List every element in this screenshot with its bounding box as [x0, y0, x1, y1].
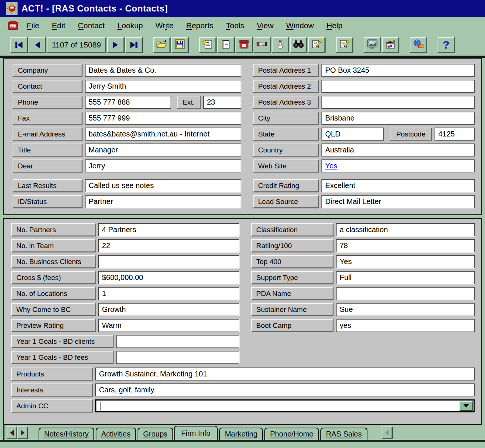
- next-record-button[interactable]: [107, 37, 124, 53]
- field-label-button[interactable]: City: [253, 112, 319, 125]
- contact-view-button[interactable]: [364, 37, 381, 53]
- field-label-button[interactable]: Last Results: [13, 179, 82, 192]
- field-label-button[interactable]: ID/Status: [13, 195, 82, 208]
- field-label-button[interactable]: Classification: [251, 223, 333, 236]
- tab-groups[interactable]: Groups: [138, 428, 173, 440]
- tab-firm-info[interactable]: Firm Info: [174, 426, 218, 440]
- field-input[interactable]: 22: [98, 239, 239, 252]
- field-input[interactable]: Called us see notes: [85, 179, 241, 192]
- field-input[interactable]: 555 777 888: [85, 96, 171, 109]
- web-site-link[interactable]: Yes: [325, 162, 337, 170]
- field-label-button[interactable]: Web Site: [253, 159, 319, 172]
- menu-reports[interactable]: Reports: [186, 21, 214, 30]
- field-input[interactable]: 23: [203, 96, 241, 109]
- field-input[interactable]: [95, 399, 475, 412]
- sales-handshake-button[interactable]: [254, 37, 271, 53]
- menu-view[interactable]: View: [257, 21, 274, 30]
- field-input[interactable]: PO Box 3245: [321, 64, 475, 77]
- field-input[interactable]: 4125: [435, 128, 475, 141]
- new-contact-button[interactable]: [199, 37, 216, 53]
- tab-notes-history[interactable]: Notes/History: [39, 428, 94, 440]
- field-input[interactable]: Growth: [98, 303, 239, 316]
- field-input[interactable]: [116, 351, 239, 364]
- field-label-button[interactable]: Year 1 Goals - BD fees: [11, 351, 113, 364]
- menu-window[interactable]: Window: [286, 21, 314, 30]
- field-input[interactable]: [336, 287, 475, 300]
- field-input[interactable]: [321, 96, 475, 109]
- save-button[interactable]: [171, 37, 188, 53]
- tab-scroll-left-button[interactable]: [7, 426, 17, 439]
- field-input[interactable]: Brisbane: [321, 112, 475, 125]
- field-label-button[interactable]: Postal Address 3: [253, 96, 319, 109]
- field-label-button[interactable]: Postal Address 2: [253, 80, 319, 93]
- field-label-button[interactable]: Sustainer Name: [251, 303, 333, 316]
- field-label-button[interactable]: Postal Address 1: [253, 64, 319, 77]
- field-label-button[interactable]: No. Partners: [11, 223, 96, 236]
- menu-help[interactable]: Help: [326, 21, 342, 30]
- field-label-button[interactable]: Top 400: [251, 255, 333, 268]
- field-label-button[interactable]: Company: [13, 64, 82, 77]
- field-input[interactable]: Partner: [85, 195, 241, 208]
- field-input[interactable]: Growth Sustainer, Marketing 101.: [95, 368, 475, 381]
- field-label-button[interactable]: Ratiing/100: [251, 239, 333, 252]
- document-icon[interactable]: ABC: [7, 21, 19, 30]
- phone-dialer-button[interactable]: [235, 37, 253, 53]
- field-input[interactable]: Jerry: [85, 159, 241, 172]
- field-input[interactable]: Jerry Smith: [85, 80, 241, 93]
- menu-file[interactable]: File: [27, 21, 39, 30]
- field-input[interactable]: Yes: [336, 255, 475, 268]
- field-input[interactable]: 1: [98, 287, 239, 300]
- field-label-button[interactable]: Preview Rating: [11, 319, 96, 332]
- field-label-button[interactable]: No. of Locations: [11, 287, 96, 300]
- media-button[interactable]: [382, 37, 399, 53]
- field-input[interactable]: Australia: [321, 144, 475, 157]
- lookup-binoculars-button[interactable]: [290, 37, 307, 53]
- field-label-button[interactable]: Why Come to BC: [11, 303, 96, 316]
- notepad-button[interactable]: [217, 37, 234, 53]
- field-label-button[interactable]: Admin CC: [11, 399, 93, 412]
- edit-note-button[interactable]: [308, 37, 325, 53]
- tab-activities[interactable]: Activities: [96, 428, 136, 440]
- dropdown-arrow-button[interactable]: [459, 401, 473, 411]
- field-input[interactable]: Direct Mail Letter: [321, 195, 475, 208]
- field-input[interactable]: yes: [336, 319, 475, 332]
- field-input[interactable]: Bates & Bates & Co.: [85, 64, 241, 77]
- field-input[interactable]: Sue: [336, 303, 475, 316]
- tab-overflow-button[interactable]: [382, 426, 392, 439]
- field-input[interactable]: [98, 255, 239, 268]
- field-input[interactable]: Excellent: [321, 179, 475, 192]
- field-label-button[interactable]: Fax: [13, 112, 82, 125]
- reminder-button[interactable]: [272, 37, 289, 53]
- field-label-button[interactable]: Country: [253, 144, 319, 157]
- menu-lookup[interactable]: Lookup: [117, 21, 143, 30]
- field-label-button[interactable]: Interests: [11, 383, 93, 396]
- field-input[interactable]: 555 777 999: [85, 112, 241, 125]
- field-input[interactable]: [116, 335, 239, 348]
- field-input[interactable]: QLD: [321, 128, 384, 141]
- record-counter[interactable]: 1107 of 15089: [47, 37, 106, 53]
- act-app-icon[interactable]: [6, 2, 18, 15]
- field-input[interactable]: Full: [336, 271, 475, 284]
- field-label-button[interactable]: Products: [11, 368, 93, 381]
- field-label-button[interactable]: Contact: [13, 80, 82, 93]
- last-record-button[interactable]: [125, 37, 142, 53]
- field-label-button[interactable]: State: [253, 128, 319, 141]
- field-input[interactable]: a classification: [336, 223, 475, 236]
- field-label-button[interactable]: Support Type: [251, 271, 333, 284]
- field-input[interactable]: 78: [336, 239, 475, 252]
- field-input[interactable]: Yes: [321, 159, 475, 172]
- field-label-button[interactable]: Boot Camp: [251, 319, 333, 332]
- field-input[interactable]: 4 Partners: [98, 223, 239, 236]
- menu-tools[interactable]: Tools: [226, 21, 244, 30]
- field-input[interactable]: Manager: [85, 144, 241, 157]
- help-button[interactable]: ?: [438, 37, 455, 53]
- write-letter-button[interactable]: [336, 37, 353, 53]
- field-label-button[interactable]: Title: [13, 144, 82, 157]
- tab-scroll-right-button[interactable]: [17, 426, 27, 439]
- field-label-button[interactable]: Ext.: [177, 96, 201, 109]
- field-label-button[interactable]: E-mail Address: [13, 128, 82, 141]
- field-label-button[interactable]: Postcode: [390, 128, 432, 141]
- field-label-button[interactable]: Dear: [13, 159, 82, 172]
- menu-edit[interactable]: Edit: [52, 21, 65, 30]
- first-record-button[interactable]: [10, 37, 27, 53]
